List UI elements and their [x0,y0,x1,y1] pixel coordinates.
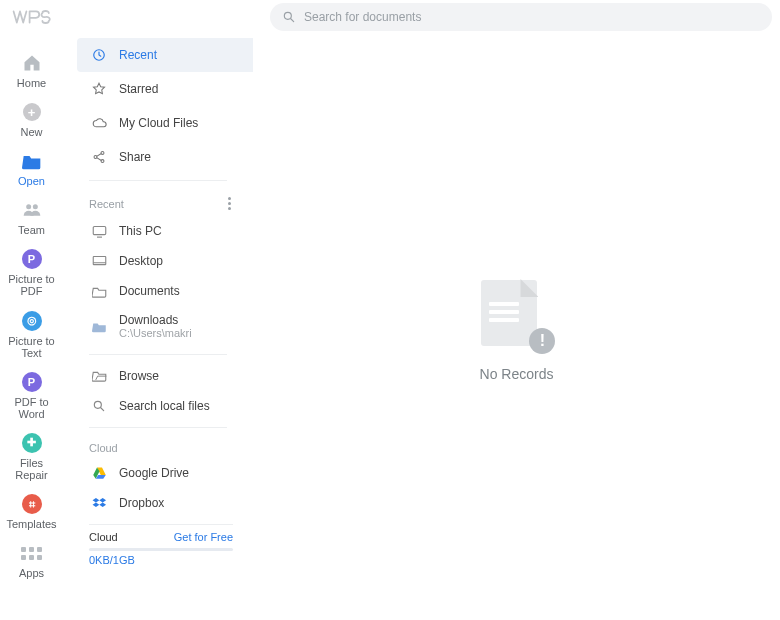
open-tab-label: Recent [119,48,157,62]
nav-picture-to-pdf[interactable]: P Picture to PDF [4,248,60,297]
loc-desktop[interactable]: Desktop [63,246,253,276]
search-box[interactable] [270,3,772,31]
templates-icon: ⌗ [21,493,43,515]
search-icon [282,10,296,24]
folder-outline-icon [91,283,107,299]
loc-google-drive[interactable]: Google Drive [63,458,253,488]
svg-point-3 [32,204,37,209]
empty-text: No Records [480,366,554,382]
picture-to-pdf-icon: P [21,248,43,270]
apps-icon [21,542,43,564]
loc-label: Browse [119,369,159,383]
loc-label: Documents [119,284,180,298]
google-drive-icon [91,465,107,481]
top-bar [0,0,780,34]
loc-label: Search local files [119,399,210,413]
nav-pdf-to-word[interactable]: P PDF to Word [4,371,60,420]
star-icon [91,81,107,97]
loc-dropbox[interactable]: Dropbox [63,488,253,518]
nav-new[interactable]: + New [4,101,60,138]
svg-line-1 [291,19,294,22]
loc-search-local[interactable]: Search local files [63,391,253,421]
clock-icon [91,47,107,63]
loc-label: Dropbox [119,496,164,510]
cloud-usage-text: 0KB/1GB [89,554,233,566]
loc-documents[interactable]: Documents [63,276,253,306]
monitor-icon [91,223,107,239]
open-tab-recent[interactable]: Recent [77,38,253,72]
get-for-free-link[interactable]: Get for Free [174,531,233,543]
loc-label: Desktop [119,254,163,268]
svg-rect-8 [93,226,106,234]
wps-logo [12,8,60,26]
loc-browse[interactable]: Browse [63,361,253,391]
loc-this-pc[interactable]: This PC [63,216,253,246]
cloud-usage-bar [89,548,233,551]
more-menu-icon[interactable] [226,195,233,212]
desktop-icon [91,253,107,269]
team-icon [21,199,43,221]
open-tab-share[interactable]: Share [77,140,253,174]
svg-line-12 [101,407,104,410]
open-tab-starred[interactable]: Starred [77,72,253,106]
svg-point-11 [94,401,101,408]
home-icon [21,52,43,74]
nav-open[interactable]: Open [4,150,60,187]
svg-point-2 [26,204,31,209]
loc-path: C:\Users\makri [119,327,192,340]
dropbox-icon [91,495,107,511]
nav-team[interactable]: Team [4,199,60,236]
open-tab-label: My Cloud Files [119,116,198,130]
nav-picture-to-text[interactable]: ◎ Picture to Text [4,310,60,359]
cloud-header: Cloud [63,434,253,458]
nav-files-repair[interactable]: ✚ Files Repair [4,432,60,481]
nav-home[interactable]: Home [4,52,60,89]
cloud-icon [91,115,107,131]
content-area: ! No Records [253,34,780,620]
open-tab-label: Starred [119,82,158,96]
loc-label: Downloads [119,313,192,327]
browse-icon [91,368,107,384]
svg-point-0 [284,12,291,19]
plus-icon: + [21,101,43,123]
search-input[interactable] [304,10,760,24]
empty-state: ! No Records [480,272,554,382]
cloud-footer-label: Cloud [89,531,118,543]
nav-apps[interactable]: Apps [4,542,60,579]
open-tab-label: Share [119,150,151,164]
open-panel: Recent Starred My Cloud Files Share [63,34,253,620]
open-tab-mycloud[interactable]: My Cloud Files [77,106,253,140]
picture-to-text-icon: ◎ [21,310,43,332]
loc-label: This PC [119,224,162,238]
folder-icon [21,150,43,172]
svg-rect-9 [93,256,106,264]
recent-header: Recent [63,187,253,216]
no-records-icon: ! [481,272,551,352]
loc-downloads[interactable]: Downloads C:\Users\makri [63,306,253,348]
search-local-icon [91,398,107,414]
share-icon [91,149,107,165]
files-repair-icon: ✚ [21,432,43,454]
cloud-storage-footer: Cloud Get for Free 0KB/1GB [89,524,233,566]
folder-fill-icon [91,319,107,335]
pdf-to-word-icon: P [21,371,43,393]
nav-templates[interactable]: ⌗ Templates [4,493,60,530]
loc-label: Google Drive [119,466,189,480]
left-nav: Home + New Open Team P [0,34,63,620]
